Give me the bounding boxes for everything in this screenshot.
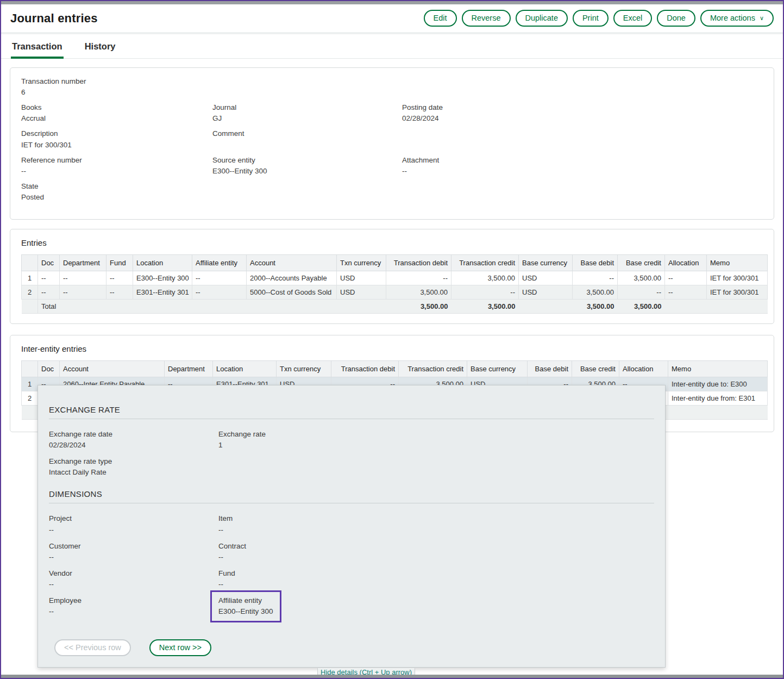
- field-source-entity: Source entityE300--Entity 300: [212, 156, 402, 175]
- field-row: StatePosted: [21, 182, 763, 201]
- field-row: Project--Item--: [49, 514, 654, 533]
- field-label: Contract: [218, 542, 654, 550]
- field-value: --: [49, 607, 218, 615]
- cell: Inter-entity due from: E301: [668, 391, 768, 406]
- field-label: Description: [21, 129, 212, 138]
- field-books: BooksAccrual: [21, 103, 212, 122]
- cell: [247, 300, 337, 314]
- field-value: 1: [218, 441, 654, 449]
- field-affiliate-entity: Affiliate entityE300--Entity 300: [218, 596, 273, 615]
- cell: --: [386, 271, 451, 285]
- field-description: DescriptionIET for 300/301: [21, 129, 212, 148]
- button-label: Excel: [623, 14, 642, 23]
- next-row-button[interactable]: Next row >>: [149, 639, 211, 656]
- field-value: --: [21, 167, 212, 175]
- cell: Total: [38, 300, 60, 314]
- cell: --: [38, 271, 60, 285]
- cell: E300--Entity 300: [133, 271, 192, 285]
- column-header: Txn currency: [337, 255, 386, 271]
- transaction-summary-card: Transaction number6BooksAccrualJournalGJ…: [10, 67, 774, 220]
- column-header: Account: [247, 255, 337, 271]
- field-value: 02/28/2024: [49, 441, 218, 449]
- field-value: --: [49, 526, 218, 534]
- field-row: BooksAccrualJournalGJPosting date02/28/2…: [21, 103, 763, 122]
- cell: [22, 406, 38, 420]
- cell: USD: [337, 285, 386, 300]
- more-actions-button[interactable]: More actions∨: [700, 10, 774, 27]
- chevron-down-icon: ∨: [760, 15, 764, 22]
- field-item: Item--: [218, 514, 654, 533]
- cell: 1: [22, 377, 38, 391]
- field-label: Reference number: [21, 156, 212, 164]
- cell: [665, 300, 707, 314]
- cell: [106, 300, 133, 314]
- field-label: Attachment: [402, 156, 763, 164]
- field-customer: Customer--: [49, 542, 218, 561]
- cell: 3,500.00: [386, 285, 451, 300]
- column-header: Base credit: [618, 255, 665, 271]
- edit-button[interactable]: Edit: [424, 10, 457, 27]
- column-header: Location: [213, 361, 277, 377]
- field-value: --: [218, 580, 654, 588]
- field-label: Customer: [49, 542, 218, 550]
- field-value: 02/28/2024: [402, 114, 763, 122]
- column-header: Affiliate entity: [192, 255, 247, 271]
- reverse-button[interactable]: Reverse: [462, 10, 511, 27]
- row-details-actions: << Previous row Next row >>: [54, 639, 211, 656]
- column-header: Transaction debit: [331, 361, 399, 377]
- column-header: Transaction debit: [386, 255, 451, 271]
- cell: --: [192, 271, 247, 285]
- field-row: Exchange rate typeIntacct Daily Rate: [49, 457, 654, 476]
- cell: USD: [519, 271, 573, 285]
- previous-row-button[interactable]: << Previous row: [54, 639, 131, 656]
- excel-button[interactable]: Excel: [613, 10, 652, 27]
- field-label: Vendor: [49, 569, 218, 577]
- field-label: State: [21, 182, 212, 190]
- done-button[interactable]: Done: [657, 10, 695, 27]
- field-journal: JournalGJ: [212, 103, 402, 122]
- cell: 3,500.00: [386, 300, 451, 314]
- row-details-sections: EXCHANGE RATEExchange rate date02/28/202…: [49, 405, 654, 615]
- field-value: Posted: [21, 193, 212, 201]
- duplicate-button[interactable]: Duplicate: [516, 10, 568, 27]
- transaction-fields: Transaction number6BooksAccrualJournalGJ…: [21, 77, 763, 201]
- cell: --: [665, 271, 707, 285]
- cell: --: [618, 285, 665, 300]
- table-row[interactable]: 2------E301--Entity 301--5000--Cost of G…: [22, 285, 768, 300]
- cell: USD: [337, 271, 386, 285]
- column-header: Base currency: [519, 255, 573, 271]
- field-label: Books: [21, 103, 212, 111]
- header-row: DocAccountDepartmentLocationTxn currency…: [22, 361, 768, 377]
- section-divider: [49, 419, 654, 419]
- column-header: Transaction credit: [399, 361, 467, 377]
- cell: [668, 406, 768, 420]
- field-label: Item: [218, 514, 654, 522]
- tab-transaction[interactable]: Transaction: [11, 41, 64, 58]
- column-header: Fund: [106, 255, 133, 271]
- field-value: --: [402, 167, 763, 175]
- cell: --: [60, 271, 106, 285]
- cell: E301--Entity 301: [133, 285, 192, 300]
- field-row: DescriptionIET for 300/301Comment: [21, 129, 763, 148]
- field-label: Fund: [218, 569, 654, 577]
- section-exchange-rate: EXCHANGE RATEExchange rate date02/28/202…: [49, 405, 654, 476]
- page-title: Journal entries: [10, 11, 98, 26]
- column-header: Base credit: [572, 361, 619, 377]
- table-row[interactable]: 1------E300--Entity 300--2000--Accounts …: [22, 271, 768, 285]
- cell: IET for 300/301: [707, 285, 768, 300]
- cell: Inter-entity due to: E300: [668, 377, 768, 391]
- field-value: IET for 300/301: [21, 141, 212, 149]
- tab-history[interactable]: History: [84, 41, 117, 58]
- section-divider: [49, 503, 654, 503]
- column-header: Allocation: [665, 255, 707, 271]
- field-reference-number: Reference number--: [21, 156, 212, 175]
- print-button[interactable]: Print: [573, 10, 609, 27]
- column-header: Base debit: [573, 255, 618, 271]
- field-fund: Fund--: [218, 569, 654, 588]
- column-header: Doc: [38, 255, 60, 271]
- column-header: Base debit: [528, 361, 572, 377]
- button-label: More actions: [710, 14, 755, 23]
- row-details-panel: EXCHANGE RATEExchange rate date02/28/202…: [37, 385, 666, 668]
- cell: [337, 300, 386, 314]
- field-value: --: [49, 553, 218, 561]
